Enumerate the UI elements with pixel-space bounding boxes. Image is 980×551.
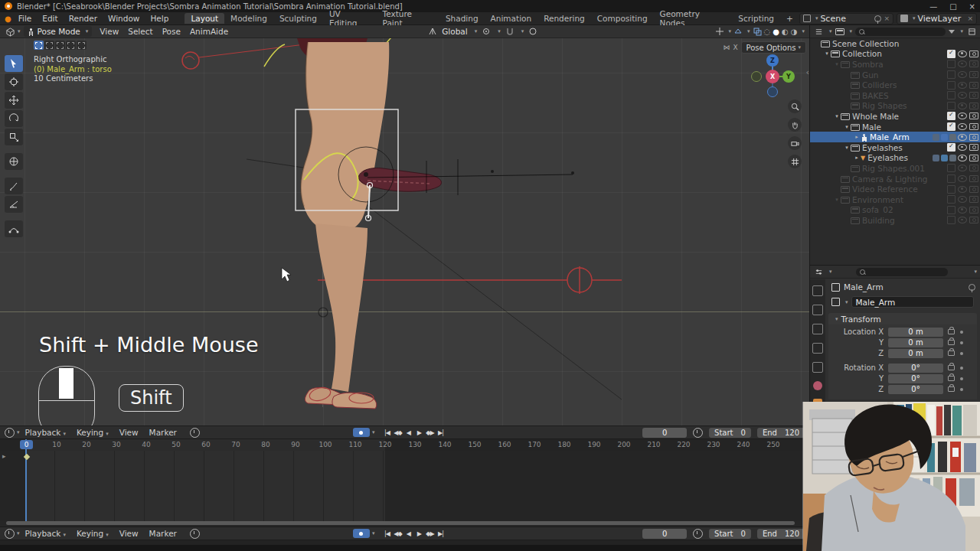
eye-icon[interactable] (958, 123, 967, 130)
show-gizmo-icon[interactable] (715, 27, 724, 36)
visibility-checkbox[interactable] (947, 195, 956, 204)
tree-collapse-icon[interactable]: ▸ (853, 134, 861, 140)
eye-icon[interactable] (958, 92, 967, 99)
filter-funnel-icon[interactable] (949, 30, 955, 34)
channel-expander-icon[interactable]: ▸ (2, 452, 6, 460)
end-value[interactable]: 120 (785, 429, 799, 437)
sidebar-toggle-icon[interactable]: ‹ (806, 67, 809, 77)
show-overlays-icon[interactable] (733, 27, 743, 36)
camera-icon[interactable] (969, 155, 978, 161)
tree-collapse-icon[interactable]: ▸ (853, 155, 861, 161)
pin-id-icon[interactable] (969, 284, 975, 291)
camera-icon[interactable] (969, 123, 978, 130)
playhead[interactable] (25, 439, 27, 521)
scene-selector[interactable]: ▾ Scene × (799, 13, 893, 24)
lock-icon[interactable] (948, 350, 955, 356)
previous-keyframe-button[interactable]: ◀◆ (393, 429, 402, 436)
measure-tool-button[interactable] (5, 196, 23, 213)
play-button[interactable]: ▶ (414, 429, 423, 436)
rotate-tool-button[interactable] (5, 110, 23, 127)
viewport-menu-pose[interactable]: Pose (158, 27, 185, 36)
transform-value-field[interactable]: 0 m (888, 349, 943, 358)
tree-expand-icon[interactable]: ▾ (833, 113, 841, 119)
next-keyframe-button[interactable]: ◆▶ (425, 429, 434, 436)
timeline-menu-view[interactable]: View (114, 428, 144, 437)
menu-window[interactable]: Window (103, 14, 145, 23)
use-preview-range-icon[interactable] (693, 428, 703, 438)
zoom-icon[interactable] (788, 99, 802, 113)
wireframe-shading-icon[interactable]: ◌ (764, 28, 771, 36)
visibility-checkbox[interactable] (947, 216, 956, 224)
camera-icon[interactable] (969, 217, 978, 223)
remove-viewlayer-icon[interactable]: × (967, 15, 973, 22)
grid-view-icon[interactable] (788, 155, 802, 168)
stopwatch-icon[interactable] (190, 428, 200, 438)
visibility-checkbox[interactable] (947, 122, 956, 131)
outliner-row-bakes[interactable]: BAKES (810, 90, 980, 101)
material-shading-icon[interactable]: ◐ (782, 28, 789, 36)
camera-icon[interactable] (969, 196, 978, 203)
select-box-tool-button[interactable] (5, 55, 23, 72)
xray-toggle-icon[interactable] (753, 27, 762, 36)
timeline-menu-marker[interactable]: Marker (144, 428, 182, 437)
world-tab[interactable] (813, 381, 822, 390)
lock-icon[interactable] (948, 376, 955, 381)
tree-expand-icon[interactable]: ▾ (823, 51, 831, 57)
animate-dot-icon[interactable] (960, 377, 963, 380)
proportional-edit-icon[interactable] (528, 27, 537, 36)
blender-menu-icon[interactable]: ● (5, 15, 11, 23)
viewlayer-tab[interactable] (812, 343, 823, 354)
outliner-row-environment[interactable]: ▾Environment (810, 194, 980, 205)
visibility-checkbox[interactable] (947, 81, 956, 90)
lock-icon[interactable] (948, 386, 955, 392)
outliner-row-sombra[interactable]: ▾Sombra (810, 59, 980, 70)
camera-icon[interactable] (969, 82, 978, 89)
timeline-menu-keying[interactable]: Keying▾ (71, 529, 114, 538)
eye-icon[interactable] (958, 103, 967, 109)
camera-icon[interactable] (969, 112, 978, 119)
pose-icon[interactable] (941, 134, 948, 141)
transform-value-field[interactable]: 0° (888, 385, 943, 394)
play-button[interactable]: ▶ (414, 530, 423, 537)
lock-icon[interactable] (948, 329, 955, 334)
workspace-tab-animation[interactable]: Animation (485, 13, 538, 24)
object-name-field[interactable]: Male_Arm (851, 296, 974, 308)
eye-icon[interactable] (958, 71, 967, 78)
transform-value-field[interactable]: 0 m (888, 338, 943, 347)
add-workspace-button[interactable]: + (780, 13, 799, 24)
close-button[interactable]: × (969, 2, 975, 11)
filter-settings-icon[interactable] (966, 26, 977, 37)
mode-dropdown[interactable]: Pose Mode ▾ (24, 26, 93, 37)
animate-dot-icon[interactable] (960, 388, 963, 391)
jump-to-start-button[interactable]: |◀ (382, 530, 391, 537)
next-keyframe-button[interactable]: ◆▶ (425, 530, 434, 537)
camera-icon[interactable] (969, 103, 978, 109)
camera-icon[interactable] (969, 186, 978, 193)
timeline-menu-view[interactable]: View (114, 529, 144, 538)
curve-icon[interactable] (933, 155, 939, 161)
viewlayer-selector[interactable]: ▾ ViewLayer × (897, 13, 977, 24)
menu-edit[interactable]: Edit (37, 14, 63, 23)
workspace-tab-scripting[interactable]: Scripting (732, 13, 780, 24)
playhead-frame-badge[interactable]: 0 (20, 440, 33, 449)
end-value[interactable]: 120 (785, 530, 799, 538)
mirror-icon[interactable]: ⋈ (723, 44, 730, 51)
tool-tab[interactable] (812, 285, 823, 296)
modifier-icon[interactable] (949, 134, 956, 141)
properties-search-input[interactable] (856, 268, 948, 276)
constraint-icon[interactable] (933, 134, 939, 141)
start-value[interactable]: 0 (741, 429, 746, 437)
timeline-menu-keying[interactable]: Keying▾ (71, 428, 114, 437)
visibility-checkbox[interactable] (947, 50, 956, 58)
outliner-row-rig-shapes[interactable]: Rig Shapes (810, 101, 980, 112)
eye-icon[interactable] (958, 112, 967, 119)
visibility-checkbox[interactable] (947, 206, 956, 214)
menu-file[interactable]: File (13, 14, 38, 23)
physics-icon[interactable] (949, 155, 956, 161)
lock-icon[interactable] (948, 340, 955, 345)
eye-icon[interactable] (958, 165, 967, 171)
visibility-checkbox[interactable] (947, 185, 956, 194)
transform-value-field[interactable]: 0° (888, 374, 943, 383)
visibility-checkbox[interactable] (947, 174, 956, 183)
auto-keying-button[interactable] (353, 529, 370, 538)
